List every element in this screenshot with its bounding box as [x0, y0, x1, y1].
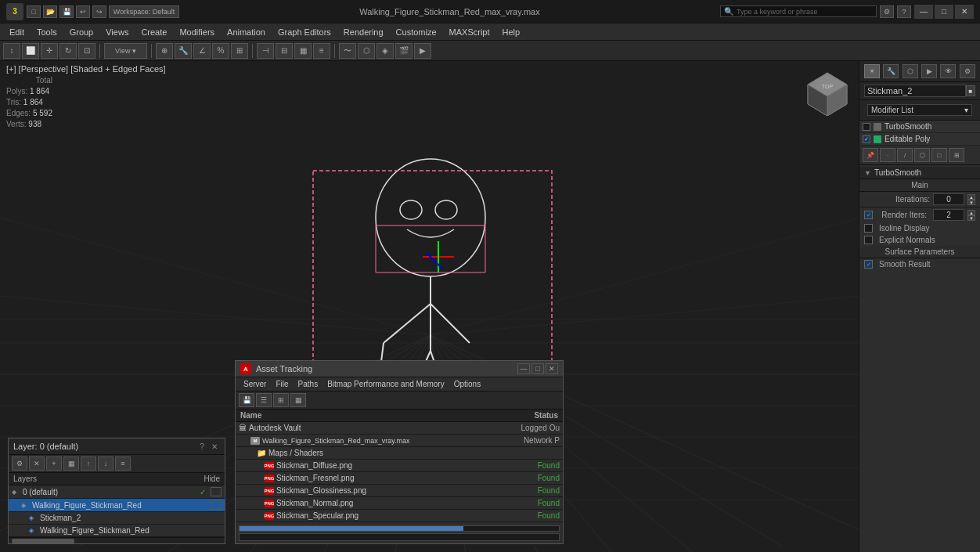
- explicit-normals-checkbox[interactable]: [864, 236, 873, 244]
- layers-add-button[interactable]: +: [46, 456, 62, 471]
- modifier-turbosmooth-checkbox[interactable]: [863, 123, 870, 131]
- menu-group[interactable]: Group: [63, 26, 100, 38]
- menu-customize[interactable]: Customize: [390, 26, 443, 38]
- scale-tool[interactable]: ⊡: [78, 43, 95, 59]
- material-editor[interactable]: ◈: [377, 43, 394, 59]
- menu-tools[interactable]: Tools: [31, 26, 63, 38]
- iterations-input[interactable]: [933, 193, 964, 205]
- asset-row-max[interactable]: M Walking_Figure_Stickman_Red_max_vray.m…: [236, 435, 563, 447]
- render-iters-checkbox[interactable]: ✓: [864, 211, 873, 219]
- asset-row-glossiness[interactable]: PNG Stickman_Glossiness.png Found: [236, 485, 563, 497]
- nav-cube[interactable]: TOP: [804, 69, 851, 116]
- maximize-button[interactable]: □: [935, 5, 953, 19]
- layers-help-button[interactable]: ?: [196, 441, 207, 452]
- iterations-up[interactable]: ▲: [967, 194, 975, 200]
- percent-snap[interactable]: %: [212, 43, 229, 59]
- render-iters-up[interactable]: ▲: [967, 210, 975, 215]
- panel-icon-motion[interactable]: ▶: [921, 64, 937, 78]
- modifier-list-dropdown[interactable]: Modifier List ▾: [867, 104, 972, 116]
- asset-tool-list[interactable]: ☰: [256, 393, 272, 407]
- save-button[interactable]: 💾: [59, 5, 74, 18]
- workspace-dropdown[interactable]: Workspace: Default: [109, 5, 179, 18]
- asset-minimize-button[interactable]: —: [517, 363, 530, 374]
- angle-snap[interactable]: ∠: [193, 43, 211, 59]
- asset-row-specular[interactable]: PNG Stickman_Specular.png Found: [236, 510, 563, 522]
- menu-rendering[interactable]: Rendering: [337, 26, 390, 38]
- select-region-tool[interactable]: ⬜: [22, 43, 39, 59]
- rotate-tool[interactable]: ↻: [59, 43, 77, 59]
- layer-manager[interactable]: ▦: [294, 43, 312, 59]
- asset-row-diffuse[interactable]: PNG Stickman_Diffuse.png Found: [236, 460, 563, 472]
- search-bar[interactable]: 🔍 Type a keyword or phrase: [720, 5, 877, 17]
- param-tool-border[interactable]: ⬡: [914, 148, 930, 162]
- layers-tool7[interactable]: ≡: [115, 456, 131, 471]
- menu-views[interactable]: Views: [99, 26, 135, 38]
- select-tool[interactable]: ↕: [3, 43, 20, 59]
- layer-row-walking[interactable]: ◆ Walking_Figure_Stickman_Red: [9, 499, 225, 512]
- param-tool-poly[interactable]: □: [931, 148, 947, 162]
- turbosmooth-toggle[interactable]: ▼: [864, 169, 871, 177]
- param-tool-element[interactable]: ⊞: [949, 148, 964, 162]
- iterations-down[interactable]: ▼: [967, 200, 975, 205]
- layers-scrollbar-thumb[interactable]: [12, 539, 74, 543]
- render-iters-input[interactable]: [933, 209, 964, 221]
- schematic-view[interactable]: ⬡: [358, 43, 375, 59]
- param-tool-pin[interactable]: 📌: [863, 148, 878, 162]
- panel-icon-display2[interactable]: 👁: [940, 64, 956, 78]
- move-tool[interactable]: ✛: [41, 43, 58, 59]
- close-button[interactable]: ✕: [955, 5, 974, 19]
- asset-tool-table[interactable]: ▦: [290, 393, 306, 407]
- pivot-tool[interactable]: ⊕: [156, 43, 173, 59]
- asset-row-maps[interactable]: 📁 Maps / Shaders: [236, 447, 563, 460]
- layers-settings-button[interactable]: ⚙: [12, 456, 27, 471]
- undo-button[interactable]: ↩: [76, 5, 90, 18]
- layer-row-stickman2[interactable]: ◈ Stickman_2: [9, 512, 225, 525]
- help-search-button[interactable]: ⚙: [880, 5, 894, 18]
- asset-tool-grid[interactable]: ⊞: [273, 393, 289, 407]
- panel-icon-display[interactable]: ☀: [864, 64, 880, 78]
- layers-delete-button[interactable]: ✕: [29, 456, 45, 471]
- menu-help[interactable]: Help: [496, 26, 527, 38]
- modifier-editable-poly[interactable]: ✓ Editable Poly: [859, 133, 980, 146]
- asset-row-vault[interactable]: 🏛 Autodesk Vault Logged Ou: [236, 422, 563, 435]
- new-button[interactable]: □: [27, 5, 41, 18]
- render-setup[interactable]: 🎬: [395, 43, 413, 59]
- layer-row-default[interactable]: ◆ 0 (default) ✓: [9, 485, 225, 499]
- layers-tool5[interactable]: ↑: [81, 456, 96, 471]
- online-button[interactable]: ?: [897, 5, 911, 18]
- panel-icon-utilities[interactable]: ⚙: [960, 64, 975, 78]
- asset-row-normal[interactable]: PNG Stickman_Normal.png Found: [236, 497, 563, 510]
- viewport[interactable]: [+] [Perspective] [Shaded + Edged Faces]…: [0, 61, 859, 552]
- menu-maxscript[interactable]: MAXScript: [443, 26, 496, 38]
- menu-modifiers[interactable]: Modifiers: [173, 26, 221, 38]
- modifier-editablepoly-checkbox[interactable]: ✓: [863, 135, 870, 143]
- param-tool-vertex[interactable]: ·: [880, 148, 895, 162]
- asset-menu-server[interactable]: Server: [239, 378, 271, 390]
- asset-row-fresnel[interactable]: PNG Stickman_Fresnel.png Found: [236, 472, 563, 485]
- align-tool[interactable]: ⊟: [276, 43, 293, 59]
- asset-tool-save[interactable]: 💾: [239, 393, 254, 407]
- mirror-tool[interactable]: ⊣: [257, 43, 274, 59]
- layers-close-button[interactable]: ✕: [209, 441, 220, 452]
- asset-menu-file[interactable]: File: [271, 378, 293, 390]
- modifier-turbosmooth[interactable]: TurboSmooth: [859, 121, 980, 133]
- ribbon-tool[interactable]: ≡: [313, 43, 330, 59]
- menu-create[interactable]: Create: [135, 26, 173, 38]
- isoline-checkbox[interactable]: [864, 224, 873, 233]
- asset-menu-bitmap[interactable]: Bitmap Performance and Memory: [322, 378, 449, 390]
- object-color-swatch[interactable]: ■: [966, 85, 975, 96]
- open-button[interactable]: 📂: [43, 5, 57, 18]
- spinner-snap[interactable]: ⊞: [231, 43, 248, 59]
- panel-icon-modify[interactable]: 🔧: [883, 64, 899, 78]
- asset-menu-paths[interactable]: Paths: [294, 378, 323, 390]
- reference-coord[interactable]: View ▾: [104, 43, 147, 59]
- layers-scrollbar[interactable]: [9, 537, 225, 543]
- render-iters-down[interactable]: ▼: [967, 215, 975, 221]
- asset-menu-options[interactable]: Options: [449, 378, 485, 390]
- asset-maximize-button[interactable]: □: [531, 363, 544, 374]
- curve-editor[interactable]: 〜: [339, 43, 356, 59]
- layers-tool4[interactable]: ▦: [63, 456, 79, 471]
- smooth-result-checkbox[interactable]: ✓: [864, 260, 873, 269]
- snap-tool[interactable]: 🔧: [175, 43, 192, 59]
- object-name-input[interactable]: [864, 85, 966, 97]
